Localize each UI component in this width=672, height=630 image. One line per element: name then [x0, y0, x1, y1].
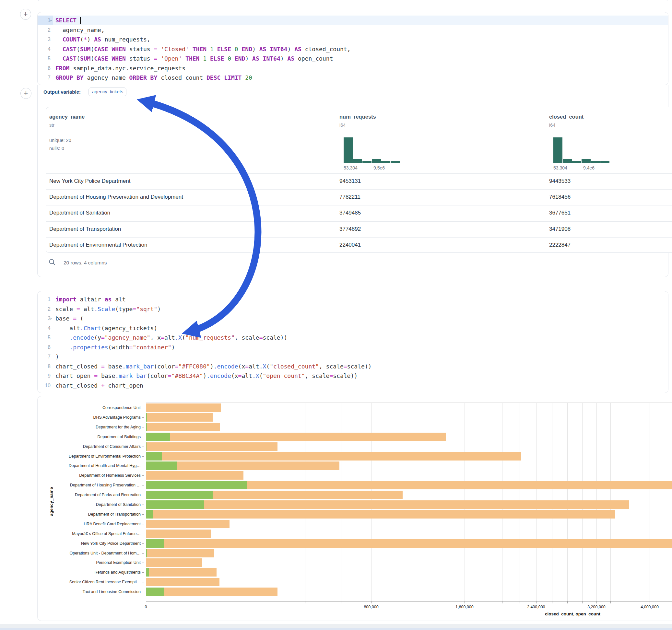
- bar-open: [146, 461, 177, 470]
- horizontal-scrollbar[interactable]: [0, 628, 672, 630]
- y-axis-label: Operations Unit - Department of Hom…: [34, 551, 141, 555]
- code-text: FROM sample_data.nyc.service_requests: [55, 64, 186, 73]
- x-axis-tick: [259, 602, 259, 603]
- code-line[interactable]: 1⌄SELECT: [38, 16, 668, 25]
- code-text: GROUP BY agency_name ORDER BY closed_cou…: [55, 73, 252, 83]
- code-text: .properties(width="container"): [55, 343, 175, 352]
- bar-closed: [146, 433, 446, 441]
- code-text: COUNT(*) AS num_requests,: [55, 35, 150, 44]
- table-cell: 9453131: [339, 178, 361, 185]
- code-text: base = (: [55, 314, 83, 323]
- y-axis-label: Department of Health and Mental Hyg…: [34, 463, 141, 468]
- x-axis-tick: [650, 602, 650, 603]
- bar-closed: [146, 530, 211, 538]
- x-axis-tick: [520, 602, 520, 603]
- output-variable-pill[interactable]: agency_tickets: [89, 88, 126, 96]
- code-line[interactable]: 4 CAST(SUM(CASE WHEN status = 'Closed' T…: [38, 44, 668, 54]
- python-code-editor[interactable]: 1import altair as alt2scale = alt.Scale(…: [38, 291, 668, 393]
- histogram-bar: [381, 161, 390, 163]
- code-line[interactable]: 4 alt.Chart(agency_tickets): [38, 323, 668, 333]
- line-number: 1: [38, 295, 51, 304]
- bar-closed: [146, 539, 672, 548]
- column-header[interactable]: agency_name: [49, 114, 85, 120]
- x-axis-tick: [624, 602, 624, 603]
- column-histogram: [553, 138, 609, 163]
- collapse-chevron-icon[interactable]: ⌄: [49, 313, 53, 323]
- page-bottom-band: [0, 624, 672, 628]
- table-cell: 3471908: [549, 226, 571, 232]
- x-axis-tick: [662, 602, 662, 603]
- code-line[interactable]: 2 agency_name,: [38, 25, 668, 35]
- code-text: import altair as alt: [55, 295, 126, 304]
- output-variable-label: Output variable:: [44, 89, 81, 95]
- code-line[interactable]: 10chart_closed + chart_open: [38, 381, 668, 390]
- x-axis-domain: [146, 601, 672, 602]
- column-header[interactable]: closed_count: [549, 114, 583, 120]
- histogram-bar: [362, 161, 371, 163]
- histogram-bar: [600, 161, 609, 163]
- table-cell: 2240041: [339, 242, 361, 248]
- x-axis-label: 3,200,000: [587, 605, 605, 609]
- search-icon[interactable]: [48, 258, 56, 266]
- x-axis-tick: [552, 602, 552, 603]
- bar-closed: [146, 471, 243, 480]
- code-line[interactable]: 9chart_open = base.mark_bar(color="#8BC3…: [38, 371, 668, 381]
- line-number: 4: [38, 44, 51, 54]
- code-line[interactable]: 8chart_closed = base.mark_bar(color="#FF…: [38, 362, 668, 371]
- code-line[interactable]: 2scale = alt.Scale(type="sqrt"): [38, 304, 668, 314]
- x-axis-label: 0: [145, 605, 147, 609]
- histogram-bar: [572, 161, 581, 163]
- table-cell: New York City Police Department: [49, 178, 130, 185]
- line-number: 7: [38, 73, 51, 83]
- code-line[interactable]: 3 COUNT(*) AS num_requests,: [38, 35, 668, 44]
- add-cell-button[interactable]: +: [20, 9, 31, 20]
- bar-closed: [146, 578, 219, 586]
- table-cell: Department of Housing Preservation and D…: [49, 194, 183, 200]
- x-axis-tick: [637, 602, 637, 603]
- column-header[interactable]: num_requests: [339, 114, 376, 120]
- add-cell-button[interactable]: +: [20, 88, 31, 99]
- sql-code-editor[interactable]: 1⌄SELECT 2 agency_name,3 COUNT(*) AS num…: [38, 12, 668, 85]
- bar-closed: [146, 520, 230, 528]
- previous-cell-bottom: [37, 0, 668, 1]
- text-caret: [80, 17, 81, 24]
- y-axis-tick: [142, 572, 144, 573]
- x-axis-tick: [422, 602, 422, 603]
- column-type: str: [49, 122, 54, 128]
- code-line[interactable]: 5 .encode(y="agency_name", x=alt.X("num_…: [38, 333, 668, 343]
- y-axis-tick: [142, 476, 144, 476]
- x-axis-label: 1,600,000: [455, 605, 474, 609]
- line-number: 2: [38, 25, 51, 35]
- collapse-chevron-icon[interactable]: ⌄: [49, 15, 53, 25]
- y-axis-label: Department for the Aging: [34, 425, 141, 429]
- code-line[interactable]: 7GROUP BY agency_name ORDER BY closed_co…: [38, 73, 668, 83]
- line-number: 6: [38, 64, 51, 73]
- histogram-bar: [344, 138, 353, 163]
- bar-closed: [146, 452, 521, 461]
- code-line[interactable]: 1import altair as alt: [38, 295, 668, 304]
- table-row: Department of Environmental Protection22…: [46, 237, 672, 253]
- histogram-max-label: 9.4e6: [583, 165, 595, 170]
- y-axis-tick: [142, 592, 144, 592]
- code-line[interactable]: 6FROM sample_data.nyc.service_requests: [38, 64, 668, 73]
- bar-chart: Correspondence UnitDHS Advantage Program…: [38, 396, 672, 621]
- bar-open: [146, 442, 146, 451]
- line-number: 6: [38, 343, 51, 352]
- y-axis-tick: [142, 417, 144, 418]
- code-line[interactable]: 7): [38, 352, 668, 362]
- bar-open: [146, 423, 147, 431]
- code-text: scale = alt.Scale(type="sqrt"): [55, 304, 161, 314]
- table-row: Department of Sanitation37494853677651: [46, 205, 672, 221]
- code-line[interactable]: 5 CAST(SUM(CASE WHEN status = 'Open' THE…: [38, 54, 668, 64]
- bar-open: [146, 500, 204, 509]
- y-axis-label: Department of Buildings: [34, 435, 141, 439]
- y-axis-tick: [142, 582, 144, 582]
- python-cell: 1import altair as alt2scale = alt.Scale(…: [37, 291, 668, 393]
- y-axis-tick: [142, 456, 144, 457]
- table-cell: 3749485: [339, 210, 361, 216]
- code-line[interactable]: 6 .properties(width="container"): [38, 343, 668, 352]
- gridline: [637, 403, 637, 601]
- y-axis-tick: [142, 524, 144, 524]
- y-axis-label: DHS Advantage Programs: [34, 415, 141, 420]
- code-line[interactable]: 3⌄base = (: [38, 314, 668, 323]
